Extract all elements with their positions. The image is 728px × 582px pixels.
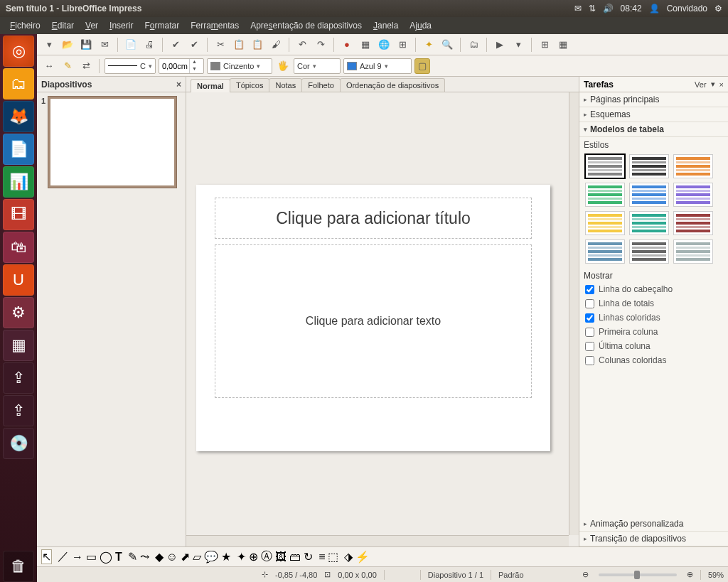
help-button[interactable]: 🔍 [439,37,455,53]
section-slide-transition[interactable]: ▸Transição de diapositivos [579,532,728,546]
stars-tool[interactable]: ★ [221,550,231,564]
new-button[interactable]: ▾ [41,37,57,53]
title-placeholder[interactable]: Clique para adicionar título [215,198,532,239]
slide-thumbnail-1[interactable]: 1 [41,97,181,188]
menu-ver[interactable]: Ver [81,19,102,32]
arrange-tool[interactable]: ⬚ [328,550,338,564]
shadow-button[interactable]: ▢ [414,58,430,74]
line-ends-button[interactable]: ⇄ [78,58,94,74]
pdf-button[interactable]: 📄 [123,37,139,53]
chk-first-col[interactable]: Primeira coluna [579,325,728,339]
flowchart-tool[interactable]: ▱ [193,550,201,564]
slideshow-button[interactable]: ▶ [492,37,508,53]
glue-tool[interactable]: ⊕ [249,550,258,564]
section-layouts[interactable]: ▸Esquemas [579,107,728,122]
format-paint-button[interactable]: 🖌 [268,37,284,53]
chk-banded-rows[interactable]: Linhas coloridas [579,311,728,325]
table-style-1[interactable] [585,154,625,178]
interaction-tool[interactable]: ⚡ [355,550,370,564]
power-icon[interactable]: ⚙ [714,4,722,14]
from-file-tool[interactable]: 🖼 [275,551,287,564]
writer-icon[interactable]: 📄 [3,134,34,165]
table-button[interactable]: ▦ [358,37,373,53]
zoom-in-icon[interactable]: ⊕ [687,570,693,579]
status-zoom[interactable]: 59% [708,571,724,579]
menu-ficheiro[interactable]: Ficheiro [6,19,45,32]
chart-button[interactable]: ● [339,37,355,53]
marker-button[interactable]: ✎ [60,58,75,74]
chk-header-row[interactable]: Linha do cabeçalho [579,282,728,296]
network-icon[interactable]: ⇅ [589,4,596,14]
settings-icon[interactable]: ⚙ [3,297,34,328]
table-style-10[interactable] [585,239,625,264]
menu-ajuda[interactable]: Ajuda [405,19,436,32]
table-style-4[interactable] [585,183,625,207]
undo-button[interactable]: ↶ [294,37,310,53]
chk-last-col[interactable]: Última coluna [579,339,728,353]
tab-normal[interactable]: Normal [191,79,230,92]
dash-icon[interactable]: ◎ [3,36,34,67]
line-width-input[interactable] [159,62,189,70]
table-style-8[interactable] [629,211,669,235]
close-tasks-panel-icon[interactable]: × [719,80,724,89]
chk-total-row[interactable]: Linha de totais [579,296,728,311]
vertical-scrollbar[interactable] [569,92,579,535]
usb1-icon[interactable]: ⇪ [3,362,34,394]
print-button[interactable]: 🖨 [141,37,157,53]
line-color-combo[interactable]: Azul 9 ▾ [343,58,412,74]
tab-slidesorter[interactable]: Ordenação de diapositivos [340,78,445,92]
rect-tool[interactable]: ▭ [86,550,97,564]
cut-button[interactable]: ✂ [213,37,228,53]
user-name[interactable]: Convidado [667,4,707,14]
fill-color-combo[interactable]: Cinzento ▾ [207,58,272,74]
menu-ferramentas[interactable]: Ferramentas [186,19,243,32]
symbol-shapes-tool[interactable]: ☺ [166,551,178,564]
table-style-5[interactable] [629,183,669,207]
menu-formatar[interactable]: Formatar [140,19,183,32]
open-button[interactable]: 📂 [60,37,75,53]
block-arrows-tool[interactable]: ⬈ [181,550,190,564]
zoom-button[interactable]: ✦ [421,37,437,53]
points-tool[interactable]: ✦ [237,550,246,564]
extrusion-tool[interactable]: ⬗ [344,550,353,564]
slide[interactable]: Clique para adicionar título Clique para… [196,185,550,451]
tab-handout[interactable]: Folheto [301,78,341,92]
workspace-switcher-icon[interactable]: ▦ [3,330,34,361]
zoom-out-icon[interactable]: ⊖ [582,570,589,579]
menu-apresentacao[interactable]: Apresentação de diapositivos [246,19,366,32]
disc-icon[interactable]: 💿 [3,428,34,459]
files-icon[interactable]: 🗂 [3,68,34,99]
ubuntu-one-icon[interactable]: U [3,264,34,296]
firefox-icon[interactable]: 🦊 [3,101,34,132]
table-style-3[interactable] [673,154,713,178]
impress-icon[interactable]: 🎞 [3,199,34,230]
copy-button[interactable]: 📋 [231,37,247,53]
menu-janela[interactable]: Janela [369,19,402,32]
hyperlink-button[interactable]: 🌐 [376,37,392,53]
chk-banded-cols[interactable]: Colunas coloridas [579,353,728,367]
usb2-icon[interactable]: ⇪ [3,395,34,426]
redo-button[interactable]: ↷ [313,37,328,53]
basic-shapes-tool[interactable]: ◆ [155,550,164,564]
gallery-tool[interactable]: 🗃 [289,551,301,564]
email-button[interactable]: ✉ [97,37,112,53]
rotate-tool[interactable]: ↻ [304,550,313,564]
slide-button[interactable]: ▾ [510,37,526,53]
autospell-button[interactable]: ✔ [186,37,202,53]
tasks-view-menu[interactable]: Ver [695,80,707,89]
slide-layout-button[interactable]: ⊞ [537,37,552,53]
fill-mode-combo[interactable]: Cor ▾ [294,58,341,74]
tasks-view-caret-icon[interactable]: ▾ [711,80,715,89]
arrow-style-button[interactable]: ↔ [41,58,57,74]
connector-tool[interactable]: ⤳ [140,550,149,564]
section-table-designs[interactable]: ▾Modelos de tabela [579,122,728,137]
trash-icon[interactable]: 🗑 [3,551,34,582]
table-style-7[interactable] [585,211,625,235]
slide-canvas[interactable]: Clique para adicionar título Clique para… [186,92,579,546]
close-slides-panel-icon[interactable]: × [176,80,181,90]
tab-outline[interactable]: Tópicos [230,78,270,92]
table-style-11[interactable] [629,239,669,264]
menu-editar[interactable]: Editar [48,19,78,32]
curve-tool[interactable]: ✎ [128,550,137,564]
calc-icon[interactable]: 📊 [3,166,34,198]
